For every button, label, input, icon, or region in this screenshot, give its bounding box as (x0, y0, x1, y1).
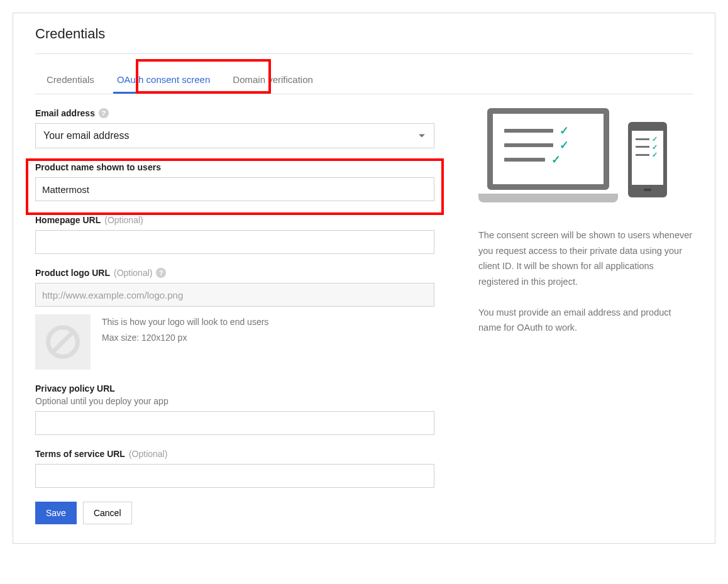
logo-url-input[interactable] (35, 283, 434, 307)
svg-line-1 (53, 332, 74, 353)
field-email: Email address ? Your email address (35, 108, 434, 148)
page-title: Credentials (35, 26, 693, 42)
form-column: Email address ? Your email address Produ… (35, 108, 434, 524)
info-column: ✓ ✓ ✓ ✓ ✓ ✓ The consent screen will be s… (478, 108, 693, 524)
tab-oauth-consent-screen[interactable]: OAuth consent screen (106, 68, 221, 94)
email-select-value: Your email address (43, 130, 129, 141)
homepage-input[interactable] (35, 230, 434, 254)
product-name-label: Product name shown to users (35, 162, 161, 172)
tab-credentials[interactable]: Credentials (35, 68, 106, 94)
tab-domain-verification[interactable]: Domain verification (221, 68, 324, 94)
field-logo-url: Product logo URL (Optional) ? This is ho… (35, 268, 434, 370)
chevron-down-icon (419, 135, 425, 138)
button-row: Save Cancel (35, 502, 434, 524)
homepage-label: Homepage URL (35, 215, 101, 225)
tos-label: Terms of service URL (35, 449, 125, 459)
logo-hint-line2: Max size: 120x120 px (102, 330, 268, 346)
logo-preview-placeholder (35, 314, 91, 370)
field-tos-url: Terms of service URL (Optional) (35, 449, 434, 488)
email-label: Email address (35, 108, 95, 118)
field-homepage-url: Homepage URL (Optional) (35, 215, 434, 254)
privacy-label: Privacy policy URL (35, 383, 115, 394)
info-paragraph-1: The consent screen will be shown to user… (478, 228, 693, 290)
optional-text: (Optional) (114, 268, 152, 278)
help-icon[interactable]: ? (99, 108, 109, 118)
privacy-sublabel: Optional until you deploy your app (35, 396, 434, 406)
field-product-name: Product name shown to users (35, 162, 434, 201)
logo-url-label: Product logo URL (35, 268, 110, 278)
optional-text: (Optional) (129, 449, 167, 459)
laptop-icon: ✓ ✓ ✓ (478, 108, 618, 202)
credentials-panel: Credentials Credentials OAuth consent sc… (13, 13, 715, 544)
tabs: Credentials OAuth consent screen Domain … (35, 68, 693, 94)
help-icon[interactable]: ? (156, 268, 166, 278)
info-paragraph-2: You must provide an email address and pr… (478, 305, 693, 336)
email-select[interactable]: Your email address (35, 123, 434, 148)
optional-text: (Optional) (104, 215, 143, 225)
privacy-input[interactable] (35, 411, 434, 435)
no-logo-icon (45, 324, 80, 360)
phone-icon: ✓ ✓ ✓ (628, 122, 667, 197)
logo-hint-line1: This is how your logo will look to end u… (102, 314, 268, 330)
divider (35, 53, 693, 54)
tos-input[interactable] (35, 464, 434, 488)
save-button[interactable]: Save (35, 502, 77, 524)
product-name-input[interactable] (35, 177, 434, 201)
field-privacy-url: Privacy policy URL Optional until you de… (35, 383, 434, 435)
consent-illustration: ✓ ✓ ✓ ✓ ✓ ✓ (478, 108, 667, 209)
cancel-button[interactable]: Cancel (83, 502, 132, 524)
logo-hint: This is how your logo will look to end u… (102, 314, 268, 346)
